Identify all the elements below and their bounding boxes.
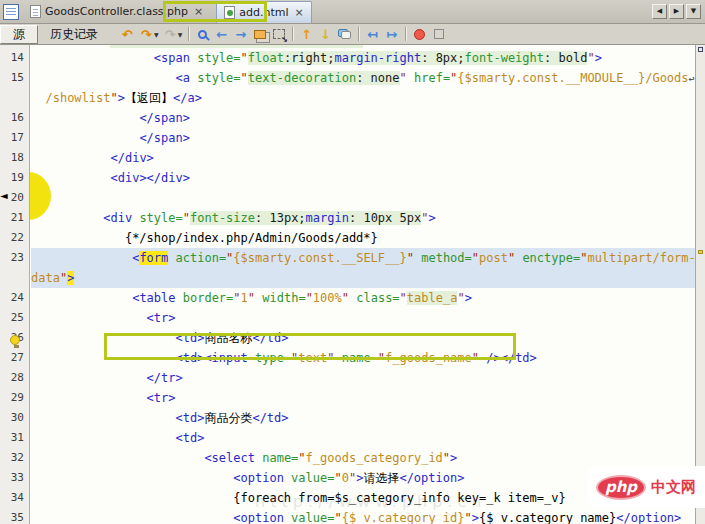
editor-tab-bar: GoodsController.class.php × add.html × ◀…: [0, 0, 705, 24]
overview-ruler[interactable]: [695, 45, 705, 524]
stop-icon[interactable]: [429, 25, 448, 43]
code-line: <form action="{$smarty.const.__SELF__}" …: [31, 248, 695, 268]
line-number: 19: [0, 168, 29, 188]
code-area[interactable]: <span style="float:right;margin-right: 8…: [31, 45, 695, 524]
code-line: <tr>: [31, 388, 695, 408]
line-number: 27: [0, 348, 29, 368]
previous-annotation-icon[interactable]: ←: [212, 25, 231, 43]
elements-icon-glyph: [338, 29, 351, 39]
code-line: </div>: [31, 148, 695, 168]
copy-icon-glyph: [254, 30, 266, 39]
toolbar-separator: [405, 27, 406, 41]
annotation-box-form: [104, 333, 516, 360]
line-number: 24: [0, 288, 29, 308]
line-number: 16: [0, 108, 29, 128]
selection-mode-icon[interactable]: [269, 25, 288, 43]
php-cn-watermark: php 中文网: [587, 466, 705, 508]
line-number: 28: [0, 368, 29, 388]
record-icon[interactable]: [410, 25, 429, 43]
toolbar-separator: [292, 27, 293, 41]
code-line: <a style="text-decoration: none" href="{…: [31, 68, 695, 88]
code-line: /showlist">【返回】</a>: [31, 88, 695, 108]
line-number: 33: [0, 468, 29, 488]
line-number: 14: [0, 48, 29, 68]
code-line: <select name="f_goods_category_id">: [31, 448, 695, 468]
record-icon-glyph: [414, 29, 425, 40]
code-editor[interactable]: 1415161718192021222324252627282930313233…: [0, 45, 705, 524]
code-line: <span style="float:right;margin-right: 8…: [31, 48, 695, 68]
annotation-cursor-icon: ◄: [0, 190, 8, 201]
code-line: {*/shop/index.php/Admin/Goods/add*}: [31, 228, 695, 248]
ruler-mark: [698, 250, 703, 254]
code-line: </tr>: [31, 368, 695, 388]
annotation-box-tab: [163, 1, 267, 22]
line-number: 32: [0, 448, 29, 468]
forward-edit-location-icon[interactable]: ↷: [137, 25, 156, 43]
toolbar-separator: [358, 27, 359, 41]
stop-icon-glyph: [434, 29, 444, 39]
line-number: [0, 268, 29, 288]
elements-icon[interactable]: [335, 25, 354, 43]
demote-icon[interactable]: ↓: [316, 25, 335, 43]
line-number: 34: [0, 488, 29, 508]
toolbar-separator: [188, 27, 189, 41]
next-annotation-icon[interactable]: →: [231, 25, 250, 43]
line-number: 23: [0, 248, 29, 268]
code-line: <table border="1" width="100%" class="ta…: [31, 288, 695, 308]
line-number: 35: [0, 508, 29, 524]
selection-mode-icon-glyph: [273, 29, 285, 39]
line-number-gutter: 1415161718192021222324252627282930313233…: [0, 45, 30, 524]
line-number: 22: [0, 228, 29, 248]
tab-scroll-left-button[interactable]: ◀: [652, 4, 667, 19]
line-number: 25: [0, 308, 29, 328]
tab-source[interactable]: 源: [0, 25, 38, 44]
php-file-icon: [30, 5, 41, 18]
tab-scroll-right-button[interactable]: ▶: [669, 4, 684, 19]
line-number: 15: [0, 68, 29, 88]
window-file-icon: [3, 4, 19, 20]
code-line: [31, 188, 695, 208]
search-icon-glyph: [198, 30, 207, 39]
code-line: <td>: [31, 428, 695, 448]
code-line: <div></div>: [31, 168, 695, 188]
code-line: </span>: [31, 108, 695, 128]
tab-history[interactable]: 历史记录: [38, 25, 110, 44]
editor-toolbar: 源 历史记录 ↶↷▼↷▼←→↑↓↤↦: [0, 24, 705, 45]
line-number: 17: [0, 128, 29, 148]
search-icon[interactable]: [193, 25, 212, 43]
ruler-mark: [698, 47, 703, 52]
php-logo: php: [596, 475, 646, 500]
promote-icon[interactable]: ↑: [297, 25, 316, 43]
faint-watermark: http://www.php.cn: [255, 492, 486, 511]
tab-list-dropdown-button[interactable]: ▼: [686, 4, 701, 19]
line-number: 31: [0, 428, 29, 448]
shift-left-icon[interactable]: ↤: [363, 25, 382, 43]
lightbulb-icon: [10, 335, 22, 347]
code-line: <td>商品分类</td>: [31, 408, 695, 428]
code-line: data">: [31, 268, 695, 288]
line-number: 29: [0, 388, 29, 408]
code-line: <tr>: [31, 308, 695, 328]
line-number: 18: [0, 148, 29, 168]
forward-disabled-icon[interactable]: ↷: [161, 25, 180, 43]
site-name: 中文网: [651, 478, 696, 497]
back-edit-location-icon[interactable]: ↶: [118, 25, 137, 43]
shift-right-icon[interactable]: ↦: [382, 25, 401, 43]
line-number: [0, 88, 29, 108]
line-number: 30: [0, 408, 29, 428]
copy-icon[interactable]: [250, 25, 269, 43]
close-icon[interactable]: ×: [295, 6, 304, 19]
line-number: 21: [0, 208, 29, 228]
code-line: <div style="font-size: 13px;margin: 10px…: [31, 208, 695, 228]
code-line: </span>: [31, 128, 695, 148]
